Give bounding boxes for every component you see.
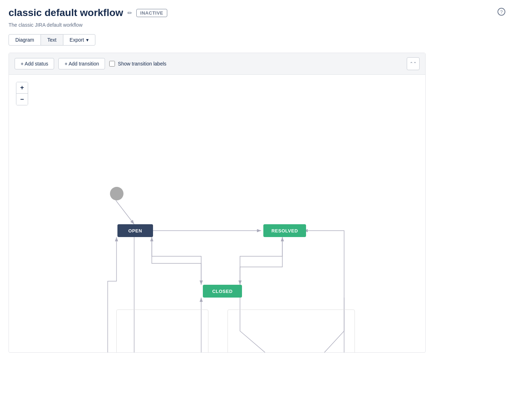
chevrons-up-icon: ⌃⌃ [410,61,417,66]
chevron-down-icon: ▾ [86,37,89,43]
svg-rect-3 [116,310,208,352]
diagram-area: + Add status + Add transition Show trans… [9,53,426,353]
export-button[interactable]: Export ▾ [63,34,95,46]
zoom-in-button[interactable]: + [16,82,28,94]
edit-icon[interactable]: ✏ [127,10,132,16]
svg-line-1 [116,200,134,224]
help-icon[interactable]: ? [497,8,505,16]
status-node-open[interactable]: OPEN [117,224,153,237]
add-status-button[interactable]: + Add status [15,58,54,69]
tab-row: Diagram Text Export ▾ [9,34,426,46]
tab-text[interactable]: Text [41,34,63,46]
show-transition-labels-checkbox[interactable]: Show transition labels [109,61,166,67]
status-node-resolved[interactable]: RESOLVED [263,224,306,237]
collapse-button[interactable]: ⌃⌃ [407,57,420,70]
zoom-out-button[interactable]: − [16,94,28,105]
subtitle: The classic JIRA default workflow [9,22,426,28]
diagram-toolbar: + Add status + Add transition Show trans… [9,53,425,75]
diagram-canvas: + − [9,75,425,352]
tab-diagram[interactable]: Diagram [9,34,41,46]
svg-rect-4 [228,310,355,352]
start-node [110,187,123,200]
zoom-controls: + − [16,82,28,105]
show-transition-labels-text: Show transition labels [118,61,166,67]
page-title: classic default workflow [9,7,123,19]
add-transition-button[interactable]: + Add transition [58,58,105,69]
status-node-closed[interactable]: CLOSED [203,285,242,298]
show-transition-labels-input[interactable] [109,61,115,67]
workflow-arrows [9,75,425,352]
status-badge: INACTIVE [136,9,167,17]
